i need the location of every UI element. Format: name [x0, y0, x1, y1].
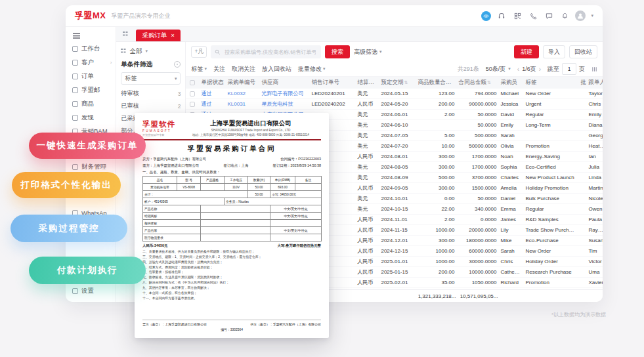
follower-cell: Nicole [586, 196, 603, 201]
qty-total-cell: 1000.00 [416, 227, 456, 233]
tag-cell: Promotion [523, 143, 578, 149]
follower-cell: Susan [586, 238, 603, 243]
sidebar-item-workbench[interactable]: 工作台 [72, 42, 116, 56]
qty-total-cell: 2.00 [416, 217, 456, 222]
doc-amount-caps: 大写:叁万肆仟陆佰伍拾元整 [278, 243, 321, 248]
menu-burger-icon[interactable] [73, 33, 80, 34]
filter-item-count: 2 [178, 103, 181, 110]
advanced-filter-label: 高级筛选 [354, 48, 377, 56]
po-number-link[interactable]: KL0032 [227, 91, 246, 96]
doc-buyer-seal: 需方（盖章）：上海孚盟贸易进出口有限公司 [142, 322, 207, 326]
jump-page-input[interactable] [562, 63, 576, 75]
bulk-action[interactable]: 取消关注 [232, 65, 255, 74]
filter-item[interactable]: 已审核2 [121, 100, 181, 112]
supplier-link[interactable]: 星辰光电科技 [261, 101, 293, 107]
delivery-date-cell: 2024-06-10 [379, 122, 416, 128]
po-number-link[interactable]: KL0031 [227, 101, 246, 107]
page-size-select[interactable]: 50条/页 ▾ [486, 65, 511, 74]
table-row[interactable]: 通过KL0032光辉电子有限公司LED20240201美元2024-05-151… [186, 89, 603, 99]
qty-total-cell: 300.00 [416, 185, 456, 191]
tag-filter-select[interactable]: 标签 ▾ [121, 72, 181, 85]
qr-code-icon[interactable] [512, 10, 523, 21]
preview-eye-icon[interactable] [481, 11, 491, 21]
doc-contract-no: 合同编号：PO230222003 [280, 157, 321, 161]
bulk-action[interactable]: 标签▾ [191, 65, 207, 74]
delivery-date-cell: 2024-07-05 [379, 133, 416, 138]
sidebar-item-mail[interactable]: 孚盟邮 [72, 83, 116, 97]
company-subtitle: 孚盟产品演示专用企业 [112, 12, 171, 20]
doc-header: 孚盟软件 FUMASOFT 外贸营销管理专家 上海孚盟贸易进出口有限公司 SHA… [142, 119, 321, 140]
mail-icon [72, 87, 78, 93]
sidebar-item-products[interactable]: 商品 [72, 97, 116, 111]
bulk-action[interactable]: 放入回收站 [262, 65, 291, 74]
doc-signatures: 需方（盖章）：上海孚盟贸易进出口有限公司 供方（盖章）：孚盟斯汽车配件（上海）有… [142, 322, 321, 326]
sidebar-item-discover[interactable]: 发现 [72, 111, 116, 125]
row-checkbox[interactable] [190, 102, 195, 107]
row-checkbox[interactable] [190, 91, 195, 96]
doc-table-body: 品名型 号产品规格工作电压数量(件)单价(RMB)备注发动机传送带VS-8008… [143, 177, 322, 242]
doc-company-name-en: SHANGHAI FUMASOFT Trade Import and Expor… [181, 129, 321, 132]
amount-total-cell: 20000.0000 [456, 227, 498, 233]
buyer-cell: Emma [498, 206, 523, 212]
close-icon[interactable]: × [171, 32, 174, 39]
doc-cell: VS-8008 [177, 184, 201, 191]
apps-grid-icon[interactable] [123, 32, 128, 37]
search-input[interactable] [223, 49, 317, 56]
sort-icon[interactable]: ⇅ [452, 80, 456, 85]
sort-icon[interactable]: ⇅ [487, 80, 491, 85]
next-page-icon[interactable]: › [539, 66, 541, 73]
buyer-cell: David [498, 112, 523, 117]
bulk-action[interactable]: 关注 [213, 65, 225, 74]
select-all-checkbox[interactable] [190, 80, 195, 85]
status-badge[interactable]: 通过 [201, 101, 211, 107]
page-indicator: 1/6页 [522, 65, 536, 74]
follower-cell: Taylor [586, 91, 603, 96]
chat-icon[interactable] [544, 10, 554, 21]
buyer-cell: Charles [498, 175, 523, 180]
currency-cell: 人民币 [355, 184, 379, 192]
table-row[interactable]: 通过KL0031星辰光电科技LED20240202人民币2024-05-2020… [186, 99, 603, 110]
sort-icon[interactable]: ⇅ [404, 80, 408, 85]
sidebar-item-label: 设置 [81, 287, 94, 295]
supplier-link[interactable]: 光辉电子有限公司 [261, 91, 303, 96]
tag-cell: Research Purchase [523, 269, 578, 275]
currency-cell: 人民币 [355, 226, 379, 234]
status-badge[interactable]: 通过 [201, 91, 211, 96]
column-header: 商品数量合计⇅ [416, 79, 456, 87]
search-button[interactable]: 搜索 [325, 45, 350, 58]
column-header: 批注 [578, 79, 586, 87]
follower-cell: Tim [586, 248, 603, 254]
recycle-bin-button[interactable]: 回收站 [569, 45, 597, 58]
saved-filter-chip[interactable]: +凡 [191, 46, 206, 58]
filter-item[interactable]: 待审核3 [121, 87, 181, 100]
column-header: 单据状态 [199, 79, 225, 87]
search-icon [215, 49, 221, 55]
bulk-action[interactable]: 批量修改▾ [298, 65, 326, 74]
amount-total-cell: 180000.0000 [456, 238, 498, 243]
doc-clause: 五、结算方式、费用约定：货到验收合格后付款； [142, 265, 321, 270]
import-button[interactable]: 导入 [543, 45, 565, 58]
headset-icon[interactable] [496, 10, 507, 21]
phone-icon[interactable] [528, 10, 538, 21]
doc-buyer: 需方：上海孚盟贸易进出口有限公司 [142, 163, 199, 168]
bell-icon[interactable] [559, 10, 570, 21]
sidebar-item-orders[interactable]: 订单 [72, 70, 116, 83]
advanced-filter[interactable]: 高级筛选 ▾ [354, 48, 382, 56]
page-size-value: 50条/页 [486, 65, 506, 74]
sidebar-item-customers[interactable]: 客户› [72, 56, 116, 70]
chevron-down-icon[interactable]: ▾ [591, 13, 593, 18]
user-avatar[interactable] [575, 10, 586, 21]
tab-purchase-orders[interactable]: 采购订单 × [136, 30, 180, 41]
column-settings-icon[interactable] [591, 66, 597, 72]
currency-cell: 美元 [355, 174, 379, 181]
action-row: 标签▾关注取消关注放入回收站批量修改▾ 共291条 50条/页 ▾ ‹ 1/6页… [186, 62, 603, 77]
sidebar-item-settings[interactable]: 设置 [72, 284, 116, 298]
new-button[interactable]: 新建 [514, 45, 539, 58]
doc-product-row: 发动机传送带VS-8008110V50.00693.00 [143, 184, 322, 191]
pager: ‹ 1/6页 › [517, 65, 541, 74]
doc-column-header: 备注 [295, 177, 322, 184]
prev-page-icon[interactable]: ‹ [517, 66, 519, 73]
delivery-date-cell: 2024-08-01 [379, 154, 416, 159]
target-circle-icon[interactable] [174, 61, 181, 68]
view-selector[interactable]: 全部 ▾ [121, 45, 181, 58]
